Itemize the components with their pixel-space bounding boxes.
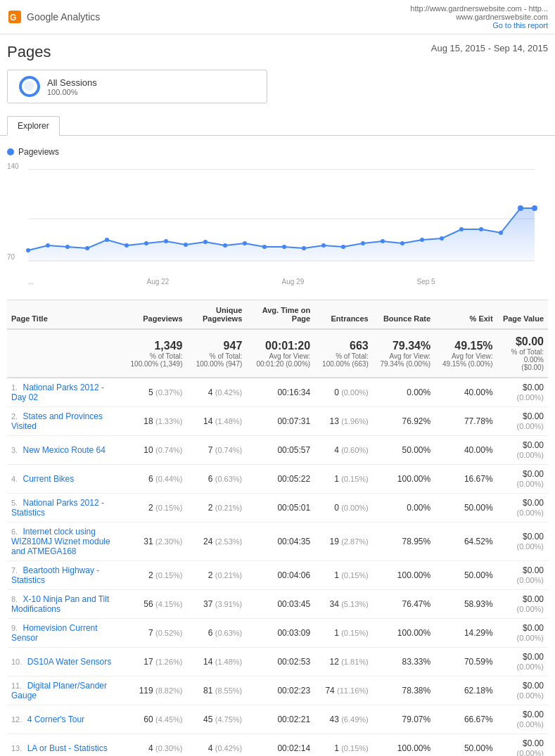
segment-circle-icon [19, 76, 40, 97]
page-title-link[interactable]: Beartooth Highway - Statistics [11, 565, 99, 585]
col-pct-exit: % Exit [435, 300, 497, 330]
svg-point-19 [282, 245, 286, 249]
totals-row: 1,349 % of Total: 100.00% (1,349) 947 % … [7, 329, 548, 378]
svg-point-25 [400, 241, 404, 245]
row-bounce: 50.00% [373, 436, 435, 465]
totals-entrances: 663 % of Total: 100.00% (663) [314, 329, 373, 378]
row-pageviews: 4 (0.30%) [125, 734, 186, 757]
date-range: Aug 15, 2015 - Sep 14, 2015 [431, 43, 548, 53]
row-unique-pv: 37 (3.91%) [187, 590, 247, 619]
svg-point-12 [144, 241, 148, 245]
row-exit: 64.52% [435, 523, 497, 561]
row-entrances: 74 (11.16%) [314, 677, 373, 705]
row-number: 11. [11, 681, 22, 690]
row-title: 5. National Parks 2012 - Statistics [7, 494, 125, 523]
page-title-link[interactable]: Digital Planer/Sander Gauge [11, 681, 107, 700]
row-title: 8. X-10 Ninja Pan and Tilt Modifications [7, 590, 125, 619]
row-number: 1. [11, 383, 18, 392]
page-title-link[interactable]: LA or Bust - Statistics [27, 743, 108, 753]
row-avg-time: 00:07:31 [246, 407, 314, 436]
svg-point-17 [243, 241, 247, 245]
row-exit: 62.18% [435, 677, 497, 705]
row-title: 10. DS10A Water Sensors [7, 648, 125, 677]
svg-point-9 [85, 246, 89, 250]
row-value: $0.00 (0.00%) [497, 677, 548, 705]
page-title-link[interactable]: DS10A Water Sensors [27, 657, 112, 667]
row-unique-pv: 6 (0.63%) [187, 619, 247, 648]
row-bounce: 0.00% [373, 494, 435, 523]
row-exit: 70.59% [435, 648, 497, 677]
row-bounce: 100.00% [373, 734, 435, 757]
row-exit: 40.00% [435, 436, 497, 465]
row-bounce: 100.00% [373, 619, 435, 648]
col-page-title: Page Title [7, 300, 125, 330]
totals-pageviews: 1,349 % of Total: 100.00% (1,349) [125, 329, 186, 378]
row-value: $0.00 (0.00%) [497, 590, 548, 619]
row-value: $0.00 (0.00%) [497, 407, 548, 436]
row-number: 10. [11, 658, 22, 666]
svg-point-27 [440, 236, 444, 241]
totals-exit: 49.15% Avg for View: 49.15% (0.00%) [435, 329, 497, 378]
row-unique-pv: 2 (0.21%) [187, 561, 247, 590]
row-entrances: 4 (0.60%) [314, 436, 373, 465]
header-left: G Google Analytics [7, 9, 100, 25]
y-labels: 140 70 [7, 162, 19, 261]
svg-point-6 [26, 248, 30, 252]
page-title-link[interactable]: National Parks 2012 - Statistics [11, 498, 104, 518]
row-bounce: 83.33% [373, 648, 435, 677]
svg-point-13 [164, 239, 168, 243]
page-title-link[interactable]: New Mexico Route 64 [23, 445, 106, 455]
chart-container: 140 70 [7, 162, 542, 275]
row-title: 6. Internet clock using WIZ810MJ Wiznet … [7, 523, 125, 561]
row-pageviews: 2 (0.15%) [125, 494, 186, 523]
session-segment[interactable]: All Sessions 100.00% [7, 70, 267, 103]
svg-point-29 [479, 227, 483, 231]
segment-pct: 100.00% [47, 88, 97, 96]
row-number: 4. [11, 475, 18, 483]
row-exit: 14.29% [435, 619, 497, 648]
row-value: $0.00 (0.00%) [497, 494, 548, 523]
svg-point-23 [361, 241, 365, 245]
row-title: 1. National Parks 2012 - Day 02 [7, 378, 125, 407]
row-entrances: 0 (0.00%) [314, 378, 373, 407]
row-entrances: 13 (1.96%) [314, 407, 373, 436]
page-title-link[interactable]: National Parks 2012 - Day 02 [11, 383, 104, 402]
chart-svg [7, 162, 542, 275]
row-number: 2. [11, 412, 18, 421]
row-pageviews: 10 (0.74%) [125, 436, 186, 465]
page-title-link[interactable]: Internet clock using WIZ810MJ Wiznet mod… [11, 527, 110, 556]
row-entrances: 1 (0.15%) [314, 619, 373, 648]
row-number: 13. [11, 744, 22, 752]
row-avg-time: 00:02:53 [246, 648, 314, 677]
row-bounce: 76.47% [373, 590, 435, 619]
go-to-report-link[interactable]: Go to this report [492, 21, 548, 30]
row-unique-pv: 14 (1.48%) [187, 407, 247, 436]
table-row: 7. Beartooth Highway - Statistics 2 (0.1… [7, 561, 548, 590]
tab-explorer[interactable]: Explorer [7, 116, 60, 136]
row-value: $0.00 (0.00%) [497, 465, 548, 494]
page-title-link[interactable]: X-10 Ninja Pan and Tilt Modifications [11, 594, 109, 614]
row-unique-pv: 81 (8.55%) [187, 677, 247, 705]
totals-unique-pageviews: 947 % of Total: 100.00% (947) [187, 329, 247, 378]
url-line2: www.gardnerswebsite.com [410, 13, 548, 21]
row-avg-time: 00:05:22 [246, 465, 314, 494]
row-avg-time: 00:03:45 [246, 590, 314, 619]
row-avg-time: 00:16:34 [246, 378, 314, 407]
row-value: $0.00 (0.00%) [497, 561, 548, 590]
chart-area: Pageviews 140 70 [0, 136, 555, 293]
row-pageviews: 5 (0.37%) [125, 378, 186, 407]
row-number: 7. [11, 566, 18, 575]
table-row: 6. Internet clock using WIZ810MJ Wiznet … [7, 523, 548, 561]
row-exit: 16.67% [435, 465, 497, 494]
table-row: 10. DS10A Water Sensors 17 (1.26%) 14 (1… [7, 648, 548, 677]
page-title-link[interactable]: Homevision Current Sensor [11, 623, 98, 643]
row-value: $0.00 (0.00%) [497, 734, 548, 757]
page-title-link[interactable]: Current Bikes [23, 474, 75, 484]
row-unique-pv: 4 (0.42%) [187, 734, 247, 757]
row-value: $0.00 (0.00%) [497, 619, 548, 648]
page-title-link[interactable]: 4 Corner's Tour [27, 715, 84, 724]
row-entrances: 43 (6.49%) [314, 705, 373, 734]
totals-label [7, 329, 125, 378]
chart-legend: Pageviews [7, 147, 548, 157]
page-title-link[interactable]: States and Provinces Visited [11, 411, 103, 431]
